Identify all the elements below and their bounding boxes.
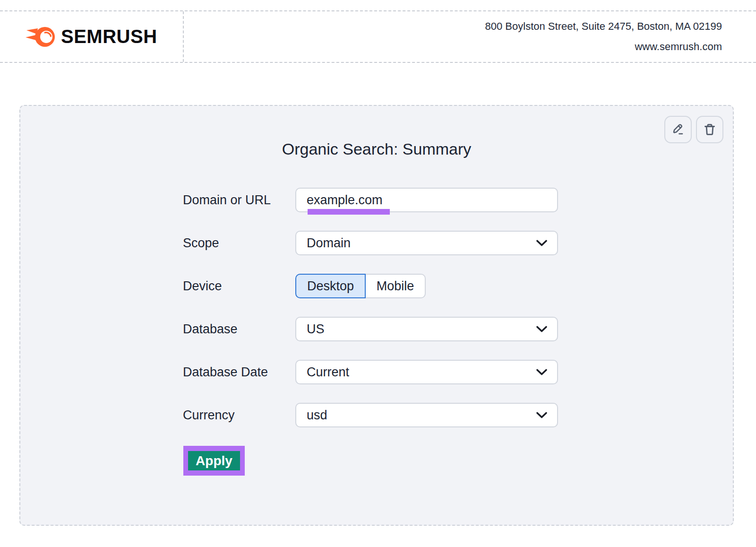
scope-row: Scope Domain xyxy=(20,231,733,255)
database-selected-value: US xyxy=(307,322,325,337)
scope-label: Scope xyxy=(183,236,295,251)
device-option-mobile[interactable]: Mobile xyxy=(366,274,426,298)
domain-label: Domain or URL xyxy=(183,193,295,208)
header-logo-cell: SEMRUSH xyxy=(0,11,184,62)
database-date-label: Database Date xyxy=(183,365,295,380)
apply-button[interactable]: Apply xyxy=(188,451,240,470)
chevron-down-icon xyxy=(536,411,548,419)
card-action-buttons xyxy=(664,116,723,143)
chevron-down-icon xyxy=(536,325,548,333)
device-row: Device Desktop Mobile xyxy=(20,274,733,298)
semrush-logo: SEMRUSH xyxy=(26,24,157,50)
device-label: Device xyxy=(183,279,295,294)
trash-icon xyxy=(703,122,717,137)
chevron-down-icon xyxy=(536,239,548,247)
edit-widget-button[interactable] xyxy=(664,116,692,143)
currency-row: Currency usd xyxy=(20,403,733,427)
currency-selected-value: usd xyxy=(307,408,327,423)
widget-title: Organic Search: Summary xyxy=(20,106,733,158)
company-address: 800 Boylston Street, Suite 2475, Boston,… xyxy=(485,20,722,33)
database-row: Database US xyxy=(20,317,733,341)
semrush-brand-text: SEMRUSH xyxy=(61,26,157,47)
domain-input-wrap xyxy=(295,188,558,212)
semrush-flame-icon xyxy=(26,24,56,50)
domain-row: Domain or URL xyxy=(20,188,733,212)
currency-label: Currency xyxy=(183,408,295,423)
header-contact-cell: 800 Boylston Street, Suite 2475, Boston,… xyxy=(184,11,756,62)
database-date-select[interactable]: Current xyxy=(295,360,558,384)
organic-search-widget-card: Organic Search: Summary Domain or URL Sc… xyxy=(19,105,734,526)
device-segmented-control: Desktop Mobile xyxy=(295,274,426,298)
apply-annotation-highlight: Apply xyxy=(183,446,245,476)
database-date-selected-value: Current xyxy=(307,365,349,380)
currency-select[interactable]: usd xyxy=(295,403,558,427)
database-label: Database xyxy=(183,322,295,337)
pencil-icon xyxy=(671,122,685,137)
company-website: www.semrush.com xyxy=(635,41,722,53)
delete-widget-button[interactable] xyxy=(696,116,723,143)
scope-select[interactable]: Domain xyxy=(295,231,558,255)
device-option-desktop[interactable]: Desktop xyxy=(295,274,366,298)
page-header: SEMRUSH 800 Boylston Street, Suite 2475,… xyxy=(0,10,756,63)
widget-settings-form: Domain or URL Scope Domain Device xyxy=(20,188,733,476)
domain-annotation-highlight xyxy=(308,209,390,215)
chevron-down-icon xyxy=(536,368,548,376)
database-date-row: Database Date Current xyxy=(20,360,733,384)
database-select[interactable]: US xyxy=(295,317,558,341)
scope-selected-value: Domain xyxy=(307,236,351,251)
apply-row: Apply xyxy=(20,446,733,476)
